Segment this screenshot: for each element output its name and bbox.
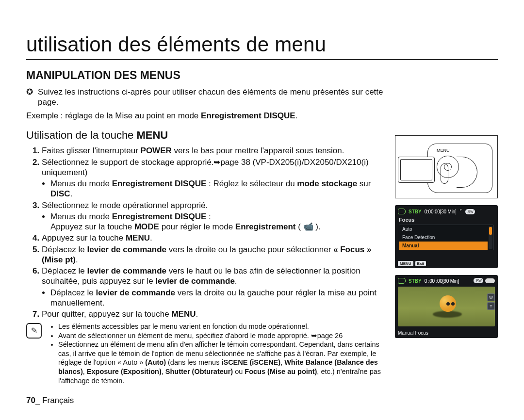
title-rule (26, 59, 498, 60)
preview-scene (398, 287, 495, 326)
example-bold: Enregistrement DISQUE (201, 111, 295, 120)
step-3-sub: Menus du mode Enregistrement DISQUE : Ap… (50, 211, 386, 232)
step-4: Appuyez sur la touche MENU. (42, 233, 386, 243)
battery-icon (485, 278, 495, 283)
camera-menu-label: MENU (437, 148, 450, 153)
disc-type-chip: -RW (474, 278, 483, 283)
zoom-wide-button[interactable]: W (487, 293, 495, 301)
step-7: Pour quitter, appuyez sur la touche MENU… (42, 309, 386, 319)
timecode: 0 :00 :00[30 Min] (425, 278, 459, 284)
zoom-tele-button[interactable]: T (487, 302, 495, 310)
intro-text: Suivez les instructions ci-après pour ut… (38, 87, 386, 108)
focus-menu-screen: STBY 0:00:00[30 Min] ⌜ -RW Focus Auto Fa… (395, 205, 498, 268)
disc-type-chip: -RW (465, 209, 475, 214)
stby-label: STBY (409, 278, 422, 284)
note-1: Les éléments accessibles par le menu var… (58, 322, 386, 331)
timecode: 0:00:00[30 Min] (425, 209, 457, 214)
camera-body: MENU (427, 144, 492, 193)
section-heading: MANIPULATION DES MENUS (26, 69, 498, 82)
menu-button-chip[interactable]: MENU (398, 261, 413, 266)
note-3: Sélectionnez un élément de menu afin d'e… (58, 340, 386, 385)
ladybug-subject (440, 295, 456, 312)
focus-heading: Focus (399, 217, 414, 223)
scrollbar-thumb (489, 227, 492, 235)
screen2-corner-icons: -RW (474, 278, 495, 283)
example-prefix: Exemple : réglage de la Mise au point en… (26, 111, 201, 120)
steps-list: Faites glisser l'itnerrupteur POWER vers… (26, 145, 386, 319)
stby-label: STBY (409, 209, 422, 214)
exit-button-chip[interactable]: Exit (415, 261, 426, 266)
step-3: Sélectionnez le mode opérationnel approp… (42, 200, 386, 232)
subheading-bold: MENU (136, 129, 168, 141)
zoom-controls: W T (487, 293, 495, 310)
camera-side-ridge (441, 163, 448, 184)
tick-icon: ✪ (26, 87, 33, 108)
step-2-sublist: Menus du mode Enregistrement DISQUE : Ré… (42, 178, 386, 199)
camera-lcd (398, 157, 435, 183)
camera-icon (398, 278, 406, 284)
example-line: Exemple : réglage de la Mise au point en… (26, 111, 386, 121)
note-icon: ✎ (26, 323, 42, 339)
example-suffix: . (295, 111, 298, 120)
camera-strap (457, 157, 477, 188)
page-number-sep: _ (35, 396, 42, 405)
note-2: Avant de sélectionner un élément de menu… (58, 331, 386, 340)
menu-item-auto[interactable]: Auto (399, 225, 488, 233)
screen1-statusbar: STBY 0:00:00[30 Min] ⌜ -RW (398, 208, 495, 215)
page-number: 70_ Français (26, 396, 74, 405)
step-2: Sélectionnez le support de stockage appr… (42, 157, 386, 199)
note-list: Les éléments accessibles par le menu var… (47, 322, 386, 385)
manual-focus-label: Manual Focus (398, 330, 428, 336)
intro-line: ✪ Suivez les instructions ci-après pour … (26, 87, 386, 108)
step-5: Déplacez le levier de commande vers la d… (42, 244, 386, 265)
step-6-sublist: Déplacez le levier de commande vers la d… (42, 288, 386, 308)
camera-illustration: MENU (395, 135, 498, 198)
step-6-sub: Déplacez le levier de commande vers la d… (50, 288, 386, 308)
focus-menu-box: Auto Face Detection Manual (399, 225, 494, 250)
left-column: ✪ Suivez les instructions ci-après pour … (26, 87, 386, 385)
subject-shadow (433, 311, 462, 318)
note-block: ✎ Les éléments accessibles par le menu v… (26, 322, 386, 385)
step-3-sublist: Menus du mode Enregistrement DISQUE : Ap… (42, 211, 386, 232)
subheading: Utilisation de la touche MENU (26, 129, 386, 142)
document-page: utilisation des éléments de menu MANIPUL… (0, 0, 524, 420)
camera-icon (398, 209, 406, 214)
bracket-left-icon: ⌜ (459, 208, 462, 215)
menu-scrollbar[interactable] (489, 226, 492, 249)
ladybug-dots-icon (446, 302, 450, 306)
content-row: ✪ Suivez les instructions ci-après pour … (26, 87, 498, 385)
focus-menu-items: Auto Face Detection Manual (399, 225, 488, 250)
right-column: MENU STBY 0:00:00[30 Min] ⌜ -RW (395, 87, 498, 338)
subheading-prefix: Utilisation de la touche (26, 129, 136, 141)
step-2-sub: Menus du mode Enregistrement DISQUE : Ré… (50, 178, 386, 199)
screen1-bottombar: MENU Exit (398, 261, 426, 266)
menu-item-manual[interactable]: Manual (399, 242, 488, 250)
page-number-value: 70 (26, 396, 35, 405)
step-1: Faites glisser l'itnerrupteur POWER vers… (42, 145, 386, 156)
page-title: utilisation des éléments de menu (26, 33, 498, 56)
step-6: Déplacez le levier de commande vers le h… (42, 266, 386, 308)
camera-lcd-inner (400, 159, 432, 180)
page-language: Français (42, 396, 74, 405)
manual-focus-preview-screen: STBY 0 :00 :00[30 Min] -RW VR W T Manual… (395, 275, 498, 338)
menu-item-face-detection[interactable]: Face Detection (399, 233, 488, 242)
